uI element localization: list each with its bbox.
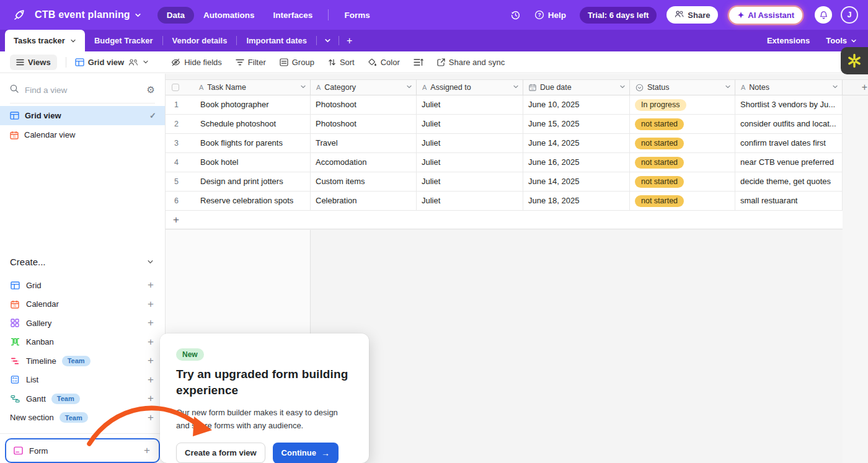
cell-assigned-to[interactable]: Juliet: [417, 153, 523, 172]
create-item-list[interactable]: List+: [0, 371, 165, 390]
user-avatar[interactable]: J: [841, 6, 858, 24]
table-row[interactable]: 1Book photographerPhotoshootJulietJune 1…: [166, 95, 843, 115]
tabs-overflow-chevron-icon[interactable]: [317, 30, 339, 51]
add-row[interactable]: +: [166, 211, 843, 229]
group-button[interactable]: Group: [280, 58, 314, 67]
tab-tasks-tracker[interactable]: Tasks tracker: [5, 30, 85, 51]
table-row[interactable]: 6Reserve celebration spotsCelebrationJul…: [166, 192, 843, 211]
hide-fields-button[interactable]: Hide fields: [171, 58, 222, 67]
base-chevron-down-icon[interactable]: [135, 12, 141, 19]
column-chevron-icon[interactable]: [406, 80, 412, 95]
sidebar-view-calendar-view[interactable]: 31Calendar view: [0, 125, 165, 144]
add-row-plus-icon[interactable]: +: [173, 214, 179, 226]
cell-due-date[interactable]: June 10, 2025: [523, 95, 630, 115]
create-item-gantt[interactable]: GanttTeam+: [0, 389, 165, 408]
column-header-category[interactable]: ACategory: [311, 79, 417, 95]
add-field-header[interactable]: +: [843, 79, 868, 95]
grid-view-button[interactable]: Grid view: [75, 58, 149, 67]
table-row[interactable]: 4Book hotelAccomodationJulietJune 16, 20…: [166, 153, 843, 172]
cell-due-date[interactable]: June 14, 2025: [523, 172, 630, 192]
cell-task-name[interactable]: 5Design and print jotters: [166, 172, 311, 192]
cell-task-name[interactable]: 2Schedule photoshoot: [166, 115, 311, 134]
add-view-plus-icon[interactable]: +: [148, 298, 154, 311]
help-button[interactable]: ? Help: [534, 10, 566, 20]
cell-notes[interactable]: confirm travel dates first: [735, 134, 843, 153]
cell-status[interactable]: not started: [630, 192, 735, 211]
table-row[interactable]: 5Design and print jottersCustom itemsJul…: [166, 172, 843, 192]
top-nav-interfaces[interactable]: Interfaces: [264, 7, 322, 24]
add-view-plus-icon[interactable]: +: [148, 412, 154, 424]
column-header-assigned-to[interactable]: AAssigned to: [417, 79, 523, 95]
cell-status[interactable]: not started: [630, 115, 735, 134]
color-button[interactable]: Color: [368, 58, 400, 67]
trial-badge[interactable]: Trial: 6 days left: [580, 7, 657, 24]
cell-due-date[interactable]: June 14, 2025: [523, 134, 630, 153]
add-view-plus-icon[interactable]: +: [148, 355, 154, 367]
add-form-view-plus-icon[interactable]: +: [144, 444, 150, 457]
add-view-plus-icon[interactable]: +: [148, 317, 154, 329]
top-nav-data[interactable]: Data: [157, 7, 194, 24]
share-button[interactable]: Share: [666, 6, 718, 24]
sort-button[interactable]: Sort: [328, 58, 355, 67]
add-field-plus-icon[interactable]: +: [862, 82, 867, 93]
views-button[interactable]: Views: [10, 55, 57, 70]
add-view-plus-icon[interactable]: +: [148, 336, 154, 348]
cell-category[interactable]: Custom items: [311, 172, 417, 192]
create-item-kanban[interactable]: Kanban+: [0, 333, 165, 352]
table-row[interactable]: 2Schedule photoshootPhotoshootJulietJune…: [166, 115, 843, 134]
column-header-notes[interactable]: ANotes: [735, 79, 843, 95]
column-chevron-icon[interactable]: [513, 80, 519, 95]
cell-category[interactable]: Photoshoot: [311, 95, 417, 115]
create-item-gallery[interactable]: Gallery+: [0, 314, 165, 333]
cell-category[interactable]: Travel: [311, 134, 417, 153]
column-header-due-date[interactable]: 31Due date: [523, 79, 630, 95]
column-chevron-icon[interactable]: [619, 80, 626, 95]
tools-button[interactable]: Tools: [826, 36, 857, 45]
history-icon[interactable]: [510, 10, 521, 20]
browser-extension-badge[interactable]: [841, 47, 868, 74]
cell-notes[interactable]: decide theme, get quotes: [735, 172, 843, 192]
create-item-timeline[interactable]: TimelineTeam+: [0, 351, 165, 371]
cell-due-date[interactable]: June 16, 2025: [523, 153, 630, 172]
cell-due-date[interactable]: June 18, 2025: [523, 192, 630, 211]
tab-chevron-down-icon[interactable]: [70, 38, 76, 44]
create-item-calendar[interactable]: 31Calendar+: [0, 295, 165, 314]
column-chevron-icon[interactable]: [300, 80, 306, 95]
ai-assistant-button[interactable]: ✦ AI Assistant: [729, 7, 802, 24]
find-a-view-input[interactable]: [25, 86, 147, 95]
cell-category[interactable]: Celebration: [311, 192, 417, 211]
cell-task-name[interactable]: 3Book flights for parents: [166, 134, 311, 153]
base-title[interactable]: CTB event planning: [35, 9, 130, 20]
tab-budget-tracker[interactable]: Budget Tracker: [85, 36, 162, 45]
create-section-header[interactable]: Create...: [0, 257, 165, 267]
cell-notes[interactable]: consider outfits and locat...: [735, 115, 843, 134]
cell-task-name[interactable]: 1Book photographer: [166, 95, 311, 115]
select-all-checkbox[interactable]: [172, 84, 179, 91]
top-nav-forms[interactable]: Forms: [335, 7, 379, 24]
app-logo-icon[interactable]: [12, 8, 26, 22]
column-chevron-icon[interactable]: [725, 80, 731, 95]
add-view-plus-icon[interactable]: +: [148, 392, 154, 405]
create-item-grid[interactable]: Grid+: [0, 276, 165, 295]
tab-important-dates[interactable]: Important dates: [237, 36, 316, 45]
cell-category[interactable]: Accomodation: [311, 153, 417, 172]
notifications-button[interactable]: [815, 6, 832, 24]
cell-status[interactable]: not started: [630, 134, 735, 153]
add-view-plus-icon[interactable]: +: [148, 374, 154, 386]
tab-vendor-details[interactable]: Vendor details: [163, 36, 237, 45]
cell-task-name[interactable]: 4Book hotel: [166, 153, 311, 172]
cell-assigned-to[interactable]: Juliet: [417, 192, 523, 211]
column-header-task-name[interactable]: ATask Name: [166, 79, 311, 95]
view-settings-gear-icon[interactable]: ⚙: [147, 84, 155, 95]
column-chevron-icon[interactable]: [832, 80, 838, 95]
create-form-view-item[interactable]: Form +: [5, 438, 160, 463]
cell-assigned-to[interactable]: Juliet: [417, 95, 523, 115]
row-height-button[interactable]: [414, 58, 423, 66]
cell-assigned-to[interactable]: Juliet: [417, 172, 523, 192]
cell-status[interactable]: In progress: [630, 95, 735, 115]
top-nav-automations[interactable]: Automations: [194, 7, 264, 24]
create-item-new-section[interactable]: New sectionTeam+: [0, 408, 165, 428]
cell-task-name[interactable]: 6Reserve celebration spots: [166, 192, 311, 211]
cell-status[interactable]: not started: [630, 172, 735, 192]
continue-button[interactable]: Continue →: [273, 443, 339, 463]
